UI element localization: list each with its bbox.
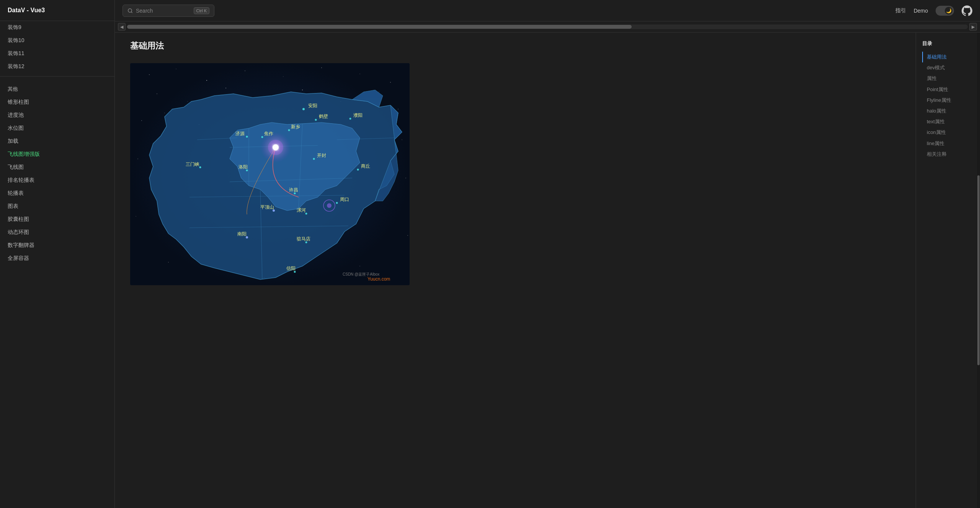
svg-text:濮阳: 濮阳 <box>353 113 363 118</box>
sidebar-title: DataV - Vue3 <box>0 0 114 21</box>
toc-item-related-notes[interactable]: 相关注释 <box>922 149 971 160</box>
sidebar: DataV - Vue3 装饰9 装饰10 装饰11 装饰12 其他 锥形柱图 … <box>0 0 115 508</box>
sidebar-item-number-flipper[interactable]: 数字翻牌器 <box>0 239 114 252</box>
svg-text:新乡: 新乡 <box>291 124 300 129</box>
svg-text:鹤壁: 鹤壁 <box>319 114 328 119</box>
svg-point-64 <box>336 202 338 204</box>
toc-item-text-props[interactable]: text属性 <box>922 116 971 127</box>
svg-text:安阳: 安阳 <box>308 103 317 108</box>
svg-text:漯河: 漯河 <box>297 207 306 213</box>
main-area: Search Ctrl K 指引 Demo 🌙 ◀ ▶ 基础用法 <box>115 0 980 508</box>
svg-point-54 <box>313 158 315 160</box>
sidebar-group-other-label: 其他 <box>0 80 114 96</box>
theme-knob: 🌙 <box>945 7 952 15</box>
sidebar-item-progress-pool[interactable]: 进度池 <box>0 109 114 122</box>
table-of-contents: 目录 基础用法 dev模式 属性 Point属性 Flyline属性 halo属… <box>916 33 977 508</box>
sidebar-item-carousel[interactable]: 轮播表 <box>0 187 114 200</box>
sidebar-item-chart[interactable]: 图表 <box>0 200 114 213</box>
search-icon <box>127 8 133 13</box>
hscroll-left-arrow[interactable]: ◀ <box>118 23 126 31</box>
svg-point-60 <box>246 170 248 172</box>
content-wrap: 基础用法 <box>115 33 980 508</box>
scrollbar-thumb <box>977 175 980 366</box>
svg-point-76 <box>294 271 296 273</box>
horizontal-scrollbar: ◀ ▶ <box>115 21 980 33</box>
search-label: Search <box>136 8 153 14</box>
hscroll-track[interactable] <box>127 25 968 29</box>
province-map <box>149 90 402 279</box>
sidebar-group-decorations: 装饰9 装饰10 装饰11 装饰12 <box>0 21 114 73</box>
search-shortcut: Ctrl K <box>194 7 210 14</box>
svg-text:南阳: 南阳 <box>237 231 247 237</box>
svg-text:洛阳: 洛阳 <box>238 164 248 170</box>
svg-point-71 <box>327 203 332 208</box>
search-bar[interactable]: Search Ctrl K <box>122 5 214 17</box>
svg-text:驻马店: 驻马店 <box>297 236 310 242</box>
section-title: 基础用法 <box>130 40 900 56</box>
topbar-right: 指引 Demo 🌙 <box>895 5 972 16</box>
svg-text:商丘: 商丘 <box>361 163 370 169</box>
github-icon[interactable] <box>962 5 972 16</box>
svg-point-74 <box>305 242 307 243</box>
topbar: Search Ctrl K 指引 Demo 🌙 <box>115 0 980 21</box>
sidebar-item-fullscreen[interactable]: 全屏容器 <box>0 252 114 265</box>
credit-text: CSDN @蓝匣子Albox <box>343 272 379 276</box>
svg-text:济源: 济源 <box>235 131 245 136</box>
svg-point-44 <box>315 119 317 121</box>
svg-text:周口: 周口 <box>340 197 349 202</box>
toc-item-halo-props[interactable]: halo属性 <box>922 106 971 116</box>
sidebar-item-decoration10[interactable]: 装饰10 <box>0 34 114 47</box>
sidebar-item-loading[interactable]: 加载 <box>0 135 114 148</box>
toc-item-point-props[interactable]: Point属性 <box>922 84 971 95</box>
svg-text:焦作: 焦作 <box>264 131 273 136</box>
toc-title: 目录 <box>922 40 971 47</box>
sidebar-item-flyline-enhanced[interactable]: 飞线图增强版 <box>0 148 114 161</box>
toc-item-dev-mode[interactable]: dev模式 <box>922 62 971 73</box>
watermark-text: Yuucn.com <box>368 276 390 282</box>
svg-point-52 <box>246 136 248 138</box>
svg-text:平顶山: 平顶山 <box>260 204 274 210</box>
henan-map-svg: 安阳 鹤壁 濮阳 新乡 焦作 济源 <box>130 63 410 285</box>
svg-point-68 <box>305 213 307 215</box>
svg-point-62 <box>294 193 296 194</box>
svg-point-50 <box>261 136 263 138</box>
svg-point-46 <box>350 118 351 120</box>
hscroll-right-arrow[interactable]: ▶ <box>969 23 977 31</box>
svg-point-58 <box>199 167 201 168</box>
hscroll-thumb <box>127 25 632 29</box>
svg-text:开封: 开封 <box>317 153 326 158</box>
svg-point-41 <box>273 144 279 150</box>
main-content: 基础用法 <box>115 33 916 508</box>
toc-item-flyline-props[interactable]: Flyline属性 <box>922 95 971 106</box>
sidebar-item-cone-chart[interactable]: 锥形柱图 <box>0 96 114 109</box>
svg-text:许昌: 许昌 <box>289 187 298 193</box>
svg-line-1 <box>131 11 132 13</box>
sidebar-item-flyline[interactable]: 飞线图 <box>0 161 114 174</box>
svg-point-48 <box>288 129 290 131</box>
sidebar-item-decoration12[interactable]: 装饰12 <box>0 60 114 73</box>
toc-item-line-props[interactable]: line属性 <box>922 138 971 149</box>
toc-item-props[interactable]: 属性 <box>922 73 971 84</box>
svg-text:信阳: 信阳 <box>286 266 296 271</box>
svg-point-56 <box>357 169 359 171</box>
map-container: 安阳 鹤壁 濮阳 新乡 焦作 济源 <box>130 63 410 285</box>
sidebar-group-other: 其他 锥形柱图 进度池 水位图 加载 飞线图增强版 飞线图 排名轮播表 轮播表 … <box>0 80 114 265</box>
nav-link-demo[interactable]: Demo <box>914 8 928 14</box>
svg-point-42 <box>302 108 305 110</box>
sidebar-item-decoration9[interactable]: 装饰9 <box>0 21 114 34</box>
sidebar-item-dynamic-ring[interactable]: 动态环图 <box>0 226 114 239</box>
right-scrollbar[interactable] <box>977 33 980 508</box>
toc-item-basic-usage[interactable]: 基础用法 <box>922 52 971 62</box>
sidebar-item-capsule-chart[interactable]: 胶囊柱图 <box>0 213 114 226</box>
svg-text:三门峡: 三门峡 <box>186 162 199 167</box>
sidebar-item-decoration11[interactable]: 装饰11 <box>0 47 114 60</box>
sidebar-item-water-level[interactable]: 水位图 <box>0 122 114 135</box>
toc-item-icon-props[interactable]: icon属性 <box>922 127 971 138</box>
nav-link-guide[interactable]: 指引 <box>895 7 906 14</box>
theme-toggle[interactable]: 🌙 <box>936 6 954 16</box>
sidebar-item-ranking-carousel[interactable]: 排名轮播表 <box>0 174 114 187</box>
